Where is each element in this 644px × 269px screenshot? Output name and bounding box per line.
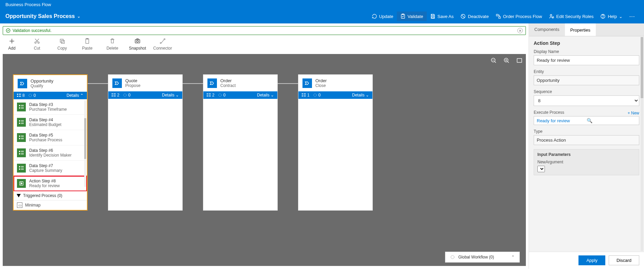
designer-canvas[interactable]: OpportunityQualify 8 0Details ⌃Data Step…: [3, 54, 526, 266]
step-count: 1: [302, 93, 310, 97]
properties-panel: Components Properties Action Step Displa…: [529, 23, 644, 269]
zoom-out-button[interactable]: [490, 57, 497, 64]
apply-button[interactable]: Apply: [578, 255, 605, 265]
svg-rect-58: [21, 168, 24, 169]
stage-details-toggle[interactable]: Details ⌄: [352, 93, 369, 97]
svg-rect-44: [21, 137, 24, 137]
svg-rect-49: [21, 151, 24, 151]
stage-details-toggle[interactable]: Details ⌃: [67, 93, 84, 98]
global-workflow-pill[interactable]: Global Workflow (0) ⌃: [445, 252, 520, 263]
snapshot-tool[interactable]: Snapshot: [128, 38, 147, 51]
stage-card[interactable]: OpportunityQualify 8 0Details ⌃Data Step…: [13, 74, 88, 211]
copy-tool[interactable]: Copy: [53, 38, 71, 51]
delete-tool[interactable]: Delete: [103, 38, 122, 51]
delete-icon: [109, 38, 116, 44]
input-param-select[interactable]: [537, 166, 545, 172]
svg-rect-28: [19, 96, 21, 97]
close-banner-button[interactable]: ✕: [517, 28, 523, 33]
tab-components[interactable]: Components: [529, 23, 565, 36]
data-step-icon: [17, 164, 26, 173]
svg-rect-42: [19, 136, 20, 137]
order-process-flow-button[interactable]: Order Process Flow: [492, 12, 546, 21]
input-params-heading: Input Parameters: [537, 152, 636, 157]
help-button[interactable]: Help ⌄: [597, 12, 626, 21]
svg-rect-43: [21, 136, 24, 136]
minimap-toggle[interactable]: ▭Minimap: [14, 200, 87, 210]
scrollbar-thumb[interactable]: [84, 118, 86, 159]
stage-details-toggle[interactable]: Details ⌄: [257, 93, 274, 97]
title-bar: Business Process Flow: [0, 0, 644, 9]
svg-rect-30: [19, 105, 20, 106]
stage-details-toggle[interactable]: Details ⌄: [162, 93, 179, 97]
stage-card[interactable]: OrderClose 1 0Details ⌄: [298, 74, 373, 211]
execute-process-value: Ready for review: [537, 118, 587, 123]
svg-rect-65: [113, 95, 116, 96]
connector-tool[interactable]: Connector: [153, 38, 172, 51]
fit-screen-button[interactable]: [516, 57, 523, 64]
update-button[interactable]: Update: [368, 12, 397, 21]
step-item[interactable]: Data Step #7Capture Summary: [14, 161, 87, 176]
step-item[interactable]: Data Step #3Purchase Timeframe: [14, 100, 87, 115]
stage-card[interactable]: OrderContract 2 0Details ⌄: [203, 74, 278, 211]
designer-toolbar: Add Cut Copy Paste Delete Snapshot Conne…: [0, 36, 529, 54]
svg-rect-38: [21, 121, 24, 122]
type-label: Type: [534, 129, 639, 134]
cut-tool[interactable]: Cut: [28, 38, 46, 51]
svg-rect-50: [21, 152, 24, 152]
stage-card[interactable]: QuotePropose 2 0Details ⌄: [108, 74, 183, 211]
triggered-process-row[interactable]: Triggered Process (0): [14, 191, 87, 200]
validate-button[interactable]: Validate: [397, 12, 427, 21]
svg-rect-80: [303, 96, 306, 96]
step-title: Data Step #4: [29, 118, 61, 122]
action-step-icon: [17, 179, 26, 188]
search-icon[interactable]: 🔍: [587, 118, 637, 123]
scrollbar-thumb[interactable]: [641, 37, 643, 98]
svg-point-9: [6, 29, 10, 32]
svg-point-5: [550, 15, 552, 16]
global-workflow-label: Global Workflow (0): [458, 255, 494, 259]
workflow-icon: [450, 255, 455, 259]
execute-process-lookup[interactable]: Ready for review 🔍: [534, 116, 639, 125]
step-item[interactable]: Data Step #5Purchase Process: [14, 130, 87, 145]
deactivate-icon: [460, 14, 466, 19]
paste-tool[interactable]: Paste: [78, 38, 96, 51]
entity-input: [534, 75, 639, 85]
step-item[interactable]: Data Step #4Estimated Budget: [14, 115, 87, 130]
new-process-link[interactable]: + New: [628, 111, 639, 115]
deactivate-button[interactable]: Deactivate: [457, 12, 492, 21]
svg-point-10: [35, 42, 36, 43]
svg-point-81: [314, 94, 316, 96]
discard-button[interactable]: Discard: [609, 255, 639, 265]
display-name-input[interactable]: [534, 55, 639, 65]
tab-properties[interactable]: Properties: [565, 23, 596, 36]
sequence-select[interactable]: 8: [534, 95, 639, 106]
edit-security-roles-button[interactable]: Edit Security Roles: [546, 12, 597, 21]
process-title-dropdown[interactable]: Opportunity Sales Process ⌄: [5, 13, 80, 19]
svg-rect-57: [19, 168, 20, 170]
svg-rect-75: [302, 93, 303, 94]
validation-banner: Validation successful. ✕: [3, 26, 526, 35]
minimap-icon: ▭: [17, 202, 22, 208]
step-item[interactable]: Data Step #6Identify Decision Maker: [14, 145, 87, 161]
step-subtitle: Estimated Budget: [29, 122, 61, 127]
svg-rect-33: [19, 107, 20, 109]
svg-rect-73: [208, 96, 211, 96]
svg-rect-69: [208, 93, 211, 94]
svg-rect-26: [17, 96, 18, 97]
save-as-button[interactable]: Save As: [427, 12, 457, 21]
triggered-label: Triggered Process (0): [23, 193, 62, 198]
svg-rect-34: [21, 107, 24, 108]
zoom-in-button[interactable]: [503, 57, 510, 64]
workflow-count: 0: [313, 93, 321, 97]
entity-label: Entity: [534, 69, 639, 74]
stage-category: Close: [315, 83, 327, 88]
svg-rect-54: [19, 166, 20, 167]
stage-name: Quote: [125, 78, 141, 83]
svg-rect-15: [87, 38, 88, 39]
svg-rect-48: [19, 151, 20, 152]
add-tool[interactable]: Add: [3, 38, 21, 51]
svg-rect-78: [302, 95, 303, 96]
svg-rect-25: [19, 94, 21, 95]
step-item[interactable]: Action Step #8Ready for review: [14, 176, 87, 191]
more-commands-button[interactable]: ···: [626, 12, 639, 21]
